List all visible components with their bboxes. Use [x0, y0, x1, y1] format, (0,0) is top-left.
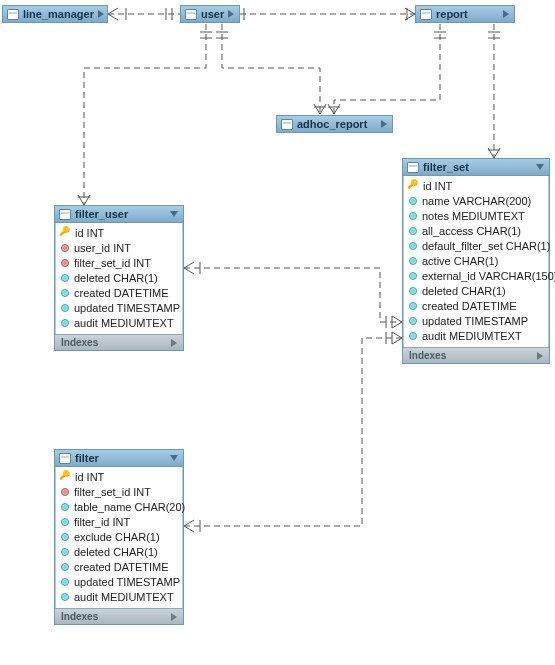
- column-text: filter_set_id INT: [74, 257, 151, 269]
- col-icon: [409, 257, 417, 265]
- column-row[interactable]: updated TIMESTAMP: [403, 314, 549, 329]
- expand-icon[interactable]: [537, 352, 543, 360]
- column-row[interactable]: filter_set_id INT: [55, 485, 183, 500]
- expand-icon[interactable]: [171, 613, 177, 621]
- fk-icon: [61, 488, 69, 496]
- column-text: all_access CHAR(1): [422, 225, 521, 237]
- column-text: deleted CHAR(1): [422, 285, 506, 297]
- column-text: id INT: [423, 180, 452, 192]
- key-icon: [409, 182, 418, 191]
- column-list: id INT user_id INT filter_set_id INT del…: [55, 223, 183, 334]
- col-icon: [409, 197, 417, 205]
- entity-title: user: [201, 8, 224, 20]
- indexes-section[interactable]: Indexes: [55, 608, 183, 624]
- column-row[interactable]: deleted CHAR(1): [55, 271, 183, 286]
- table-icon: [281, 119, 293, 130]
- entity-header[interactable]: adhoc_report: [277, 116, 392, 132]
- column-row[interactable]: filter_set_id INT: [55, 256, 183, 271]
- column-row[interactable]: audit MEDIUMTEXT: [55, 316, 183, 331]
- table-icon: [407, 162, 419, 173]
- column-row[interactable]: notes MEDIUMTEXT: [403, 209, 549, 224]
- column-row[interactable]: audit MEDIUMTEXT: [55, 590, 183, 605]
- column-text: notes MEDIUMTEXT: [422, 210, 525, 222]
- entity-adhoc-report[interactable]: adhoc_report: [276, 115, 393, 133]
- indexes-label: Indexes: [409, 350, 446, 361]
- column-row[interactable]: id INT: [55, 226, 183, 241]
- collapse-icon[interactable]: [536, 164, 544, 170]
- col-icon: [409, 317, 417, 325]
- entity-filter-set[interactable]: filter_set id INT name VARCHAR(200) note…: [402, 158, 550, 364]
- entity-user[interactable]: user: [180, 5, 240, 23]
- col-icon: [61, 304, 69, 312]
- col-icon: [409, 302, 417, 310]
- col-icon: [409, 272, 417, 280]
- column-row[interactable]: filter_id INT: [55, 515, 183, 530]
- column-text: deleted CHAR(1): [74, 272, 158, 284]
- col-icon: [61, 533, 69, 541]
- column-text: created DATETIME: [74, 287, 169, 299]
- entity-title: report: [436, 8, 468, 20]
- collapse-icon[interactable]: [170, 455, 178, 461]
- column-row[interactable]: user_id INT: [55, 241, 183, 256]
- entity-title: filter: [75, 452, 99, 464]
- column-row[interactable]: name VARCHAR(200): [403, 194, 549, 209]
- expand-icon[interactable]: [381, 120, 387, 128]
- column-text: filter_set_id INT: [74, 486, 151, 498]
- table-icon: [185, 9, 197, 20]
- fk-icon: [61, 259, 69, 267]
- col-icon: [409, 227, 417, 235]
- column-row[interactable]: id INT: [55, 470, 183, 485]
- entity-header[interactable]: filter_set: [403, 159, 549, 176]
- col-icon: [409, 212, 417, 220]
- table-icon: [7, 9, 19, 20]
- expand-icon[interactable]: [98, 10, 104, 18]
- column-text: name VARCHAR(200): [422, 195, 531, 207]
- entity-header[interactable]: user: [181, 6, 239, 22]
- entity-header[interactable]: line_manager: [3, 6, 107, 22]
- column-text: id INT: [75, 227, 104, 239]
- indexes-section[interactable]: Indexes: [403, 347, 549, 363]
- column-row[interactable]: all_access CHAR(1): [403, 224, 549, 239]
- column-row[interactable]: active CHAR(1): [403, 254, 549, 269]
- entity-filter[interactable]: filter id INT filter_set_id INT table_na…: [54, 449, 184, 625]
- column-row[interactable]: exclude CHAR(1): [55, 530, 183, 545]
- entity-header[interactable]: filter_user: [55, 206, 183, 223]
- indexes-section[interactable]: Indexes: [55, 334, 183, 350]
- entity-report[interactable]: report: [415, 5, 515, 23]
- column-row[interactable]: external_id VARCHAR(150): [403, 269, 549, 284]
- expand-icon[interactable]: [503, 10, 509, 18]
- column-text: external_id VARCHAR(150): [422, 270, 555, 282]
- column-text: audit MEDIUMTEXT: [74, 591, 174, 603]
- column-row[interactable]: audit MEDIUMTEXT: [403, 329, 549, 344]
- column-text: created DATETIME: [74, 561, 169, 573]
- entity-line-manager[interactable]: line_manager: [2, 5, 108, 23]
- column-row[interactable]: deleted CHAR(1): [403, 284, 549, 299]
- column-text: updated TIMESTAMP: [74, 302, 180, 314]
- collapse-icon[interactable]: [170, 211, 178, 217]
- entity-header[interactable]: filter: [55, 450, 183, 467]
- entity-title: line_manager: [23, 8, 94, 20]
- col-icon: [409, 287, 417, 295]
- column-text: table_name CHAR(20): [74, 501, 185, 513]
- column-row[interactable]: deleted CHAR(1): [55, 545, 183, 560]
- column-row[interactable]: updated TIMESTAMP: [55, 575, 183, 590]
- column-row[interactable]: id INT: [403, 179, 549, 194]
- expand-icon[interactable]: [228, 10, 234, 18]
- column-row[interactable]: created DATETIME: [403, 299, 549, 314]
- col-icon: [61, 274, 69, 282]
- key-icon: [61, 229, 70, 238]
- entity-filter-user[interactable]: filter_user id INT user_id INT filter_se…: [54, 205, 184, 351]
- column-text: deleted CHAR(1): [74, 546, 158, 558]
- column-row[interactable]: table_name CHAR(20): [55, 500, 183, 515]
- col-icon: [61, 503, 69, 511]
- col-icon: [61, 548, 69, 556]
- column-row[interactable]: updated TIMESTAMP: [55, 301, 183, 316]
- column-row[interactable]: created DATETIME: [55, 286, 183, 301]
- col-icon: [61, 289, 69, 297]
- expand-icon[interactable]: [171, 339, 177, 347]
- col-icon: [409, 332, 417, 340]
- column-text: audit MEDIUMTEXT: [422, 330, 522, 342]
- column-row[interactable]: default_filter_set CHAR(1): [403, 239, 549, 254]
- column-row[interactable]: created DATETIME: [55, 560, 183, 575]
- entity-header[interactable]: report: [416, 6, 514, 22]
